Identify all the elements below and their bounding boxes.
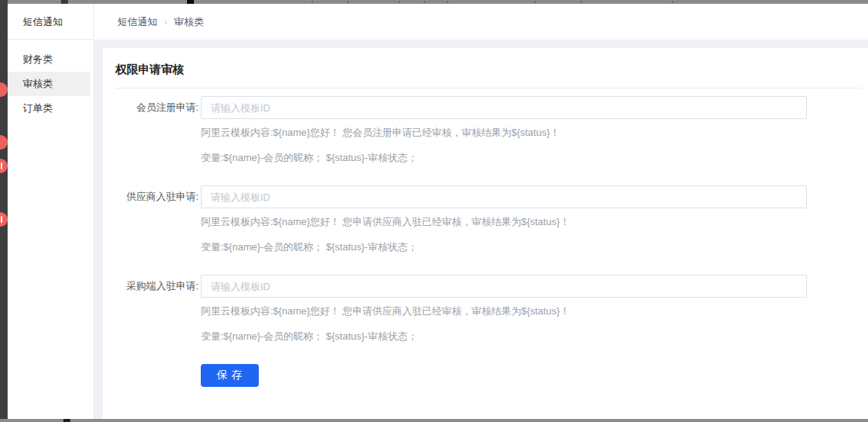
topbar-artifact <box>399 1 400 3</box>
template-content-hint: 阿里云模板内容:${name}您好！ 您会员注册申请已经审核，审核结果为${st… <box>201 125 868 140</box>
sidebar-item-finance[interactable]: 财务类 <box>8 47 90 72</box>
form-row-purchaser-entry: 采购端入驻申请: 阿里云模板内容:${name}您好！ 您申请供应商入驻已经审核… <box>103 275 868 344</box>
badge-digit-fragment <box>1 163 2 169</box>
field-body: 阿里云模板内容:${name}您好！ 您申请供应商入驻已经审核，审核结果为${s… <box>201 275 868 344</box>
template-content-hint: 阿里云模板内容:${name}您好！ 您申请供应商入驻已经审核，审核结果为${s… <box>201 214 868 230</box>
badge-digit-fragment <box>1 216 2 223</box>
content-area: 权限申请审核 会员注册申请: 阿里云模板内容:${name}您好！ 您会员注册申… <box>93 40 868 419</box>
notification-badge <box>0 159 8 173</box>
topbar-artifact <box>347 1 349 3</box>
topbar-artifact <box>424 1 425 3</box>
topbar-artifact <box>580 1 582 3</box>
page-title: 权限申请审核 <box>115 62 868 77</box>
sidebar-item-order[interactable]: 订单类 <box>8 96 90 121</box>
breadcrumb-item-current: 审核类 <box>174 15 204 29</box>
breadcrumb: 短信通知 › 审核类 <box>93 4 868 40</box>
notification-badge <box>0 82 8 97</box>
topbar-artifact <box>187 0 194 4</box>
content-card: 权限申请审核 会员注册申请: 阿里云模板内容:${name}您好！ 您会员注册申… <box>103 48 868 419</box>
window-bottom-edge <box>0 419 868 422</box>
field-body: 阿里云模板内容:${name}您好！ 您申请供应商入驻已经审核，审核结果为${s… <box>201 185 868 255</box>
field-label: 采购端入驻申请: <box>115 275 198 344</box>
bottombar-artifact <box>63 419 70 422</box>
template-id-input-member-register[interactable] <box>201 96 807 119</box>
left-edge-strip <box>0 0 8 422</box>
form-row-member-register: 会员注册申请: 阿里云模板内容:${name}您好！ 您会员注册申请已经审核，审… <box>103 96 868 166</box>
window-top-edge <box>8 0 868 4</box>
screen: 短信通知 财务类 审核类 订单类 短信通知 › 审核类 权限申请审核 <box>0 0 868 422</box>
template-form: 会员注册申请: 阿里云模板内容:${name}您好！ 您会员注册申请已经审核，审… <box>103 96 868 387</box>
topbar-artifact <box>61 0 68 4</box>
topbar-artifact <box>534 1 536 3</box>
field-label: 会员注册申请: <box>115 96 198 166</box>
template-variables-hint: 变量:${name}-会员的昵称； ${status}-审核状态； <box>201 240 868 255</box>
sidebar-title: 短信通知 <box>8 4 93 40</box>
save-button[interactable]: 保存 <box>201 364 259 387</box>
main-column: 短信通知 › 审核类 权限申请审核 会员注册申请: 阿里云模板内容:${name… <box>93 4 868 419</box>
topbar-artifact <box>311 1 313 3</box>
breadcrumb-item-sms[interactable]: 短信通知 <box>118 15 157 29</box>
field-label: 供应商入驻申请: <box>115 185 198 255</box>
form-row-supplier-entry: 供应商入驻申请: 阿里云模板内容:${name}您好！ 您申请供应商入驻已经审核… <box>103 185 868 255</box>
template-id-input-supplier-entry[interactable] <box>201 185 807 208</box>
sidebar: 短信通知 财务类 审核类 订单类 <box>8 4 93 419</box>
notification-badge <box>0 135 8 150</box>
sidebar-item-audit[interactable]: 审核类 <box>8 72 90 96</box>
topbar-artifact <box>447 1 448 3</box>
chevron-right-icon: › <box>164 17 167 27</box>
notification-badge <box>0 212 8 227</box>
template-id-input-purchaser-entry[interactable] <box>201 275 807 298</box>
topbar-artifact <box>672 1 673 3</box>
app-window: 短信通知 财务类 审核类 订单类 短信通知 › 审核类 权限申请审核 <box>8 4 868 419</box>
template-variables-hint: 变量:${name}-会员的昵称； ${status}-审核状态； <box>201 150 868 166</box>
divider <box>115 88 862 89</box>
template-content-hint: 阿里云模板内容:${name}您好！ 您申请供应商入驻已经审核，审核结果为${s… <box>201 304 868 319</box>
template-variables-hint: 变量:${name}-会员的昵称； ${status}-审核状态； <box>201 329 868 344</box>
field-body: 阿里云模板内容:${name}您好！ 您会员注册申请已经审核，审核结果为${st… <box>201 96 868 166</box>
sidebar-nav: 财务类 审核类 订单类 <box>8 40 93 121</box>
